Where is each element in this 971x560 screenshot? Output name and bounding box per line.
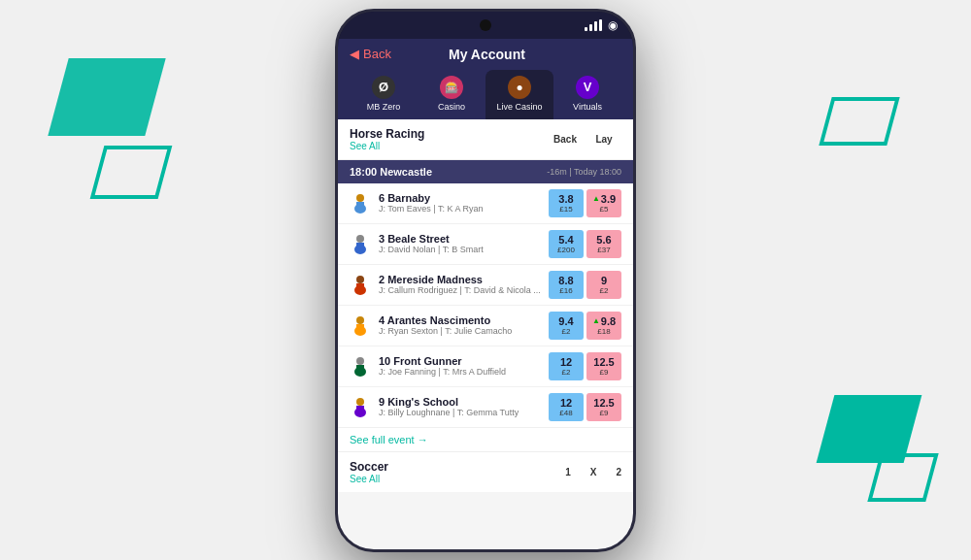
runner-name: 10 Front Gunner (379, 355, 549, 367)
runner-name: 2 Mereside Madness (379, 274, 549, 285)
up-arrow-icon: ▲ (592, 194, 600, 203)
runner-jockey: J: David Nolan | T: B Smart (379, 245, 549, 254)
back-arrow-icon: ◀ (350, 47, 359, 61)
mb-zero-icon: Ø (372, 76, 395, 99)
lay-odds-value: 12.5 (588, 356, 619, 368)
lay-odds-box[interactable]: ▲9.8 £18 (586, 312, 621, 340)
runner-name: 9 King's School (379, 396, 549, 408)
runner-info: 4 Arantes Nascimento J: Ryan Sexton | T:… (350, 314, 549, 336)
back-odds-value: 12 (551, 397, 582, 409)
horse-racing-see-all[interactable]: See All (350, 141, 424, 151)
svg-point-9 (356, 316, 364, 324)
tab-mb-zero[interactable]: Ø MB Zero (350, 70, 418, 119)
svg-point-12 (356, 357, 364, 365)
svg-point-3 (356, 235, 364, 243)
lay-odds-stake: £9 (588, 368, 619, 377)
odds-group: 12 £48 12.5 £9 (549, 393, 621, 421)
event-name: 18:00 Newcastle (350, 166, 432, 178)
lay-odds-value: ▲3.9 (588, 193, 619, 205)
phone-notch (480, 19, 491, 31)
svg-rect-17 (356, 406, 364, 412)
tab-mb-zero-label: MB Zero (367, 102, 401, 112)
main-content[interactable]: Horse Racing See All Back Lay 18:00 Newc… (338, 119, 633, 549)
runner-jockey: J: Callum Rodriguez | T: David & Nicola … (379, 285, 549, 295)
back-odds-box[interactable]: 5.4 £200 (549, 230, 584, 258)
tab-virtuals[interactable]: V Virtuals (553, 70, 621, 119)
svg-rect-2 (356, 202, 364, 208)
runner-details: 9 King's School J: Billy Loughnane | T: … (379, 396, 549, 417)
runner-row: 2 Mereside Madness J: Callum Rodriguez |… (338, 265, 633, 306)
deco-shape-r (819, 97, 899, 146)
back-odds-stake: £48 (551, 409, 582, 417)
lay-odds-value: 5.6 (588, 234, 619, 246)
virtuals-icon: V (576, 76, 599, 99)
odds-group: 12 £2 12.5 £9 (549, 352, 621, 380)
back-lay-header: Back Lay (548, 134, 621, 145)
horse-racing-title: Horse Racing (350, 127, 424, 141)
lay-odds-box[interactable]: 12.5 £9 (586, 352, 621, 380)
back-odds-box[interactable]: 9.4 £2 (549, 312, 584, 340)
back-button[interactable]: ◀ Back (350, 47, 391, 61)
runner-info: 3 Beale Street J: David Nolan | T: B Sma… (350, 233, 549, 254)
soccer-title: Soccer (350, 460, 388, 474)
back-odds-value: 9.4 (551, 315, 582, 327)
deco-shape-tl (48, 58, 165, 136)
soccer-see-all[interactable]: See All (350, 474, 388, 484)
runner-details: 4 Arantes Nascimento J: Ryan Sexton | T:… (379, 314, 549, 336)
runner-details: 3 Beale Street J: David Nolan | T: B Sma… (379, 233, 549, 254)
runner-details: 2 Mereside Madness J: Callum Rodriguez |… (379, 274, 549, 295)
back-odds-box[interactable]: 8.8 £16 (549, 271, 584, 299)
deco-shape-tl2 (90, 146, 173, 199)
runner-info: 6 Barnaby J: Tom Eaves | T: K A Ryan (350, 192, 549, 214)
back-odds-stake: £2 (551, 368, 582, 377)
back-odds-stake: £15 (551, 205, 582, 214)
lay-odds-box[interactable]: ▲3.9 £5 (586, 189, 621, 217)
lay-odds-box[interactable]: 9 £2 (586, 271, 621, 299)
back-odds-stake: £200 (551, 246, 582, 254)
runner-info: 10 Front Gunner J: Joe Fanning | T: Mrs … (350, 355, 549, 377)
app-header: ◀ Back My Account Ø MB Zero 🎰 (338, 39, 633, 119)
svg-rect-11 (356, 324, 364, 330)
back-odds-box[interactable]: 12 £48 (549, 393, 584, 421)
odds-group: 8.8 £16 9 £2 (549, 271, 621, 299)
runner-name: 6 Barnaby (379, 192, 549, 204)
runner-icon (350, 355, 371, 377)
lay-odds-box[interactable]: 12.5 £9 (586, 393, 621, 421)
signal-icon (585, 19, 602, 31)
nav-tabs: Ø MB Zero 🎰 Casino ● Live Casino (350, 70, 621, 119)
svg-rect-5 (356, 243, 364, 248)
deco-shape-br2 (867, 453, 938, 502)
back-column-label: Back (548, 134, 583, 145)
runner-icon (350, 192, 371, 214)
runner-jockey: J: Ryan Sexton | T: Julie Camacho (379, 326, 549, 336)
lay-odds-stake: £5 (588, 205, 619, 214)
tab-casino[interactable]: 🎰 Casino (418, 70, 486, 119)
soccer-col-labels: 1 X 2 (565, 467, 621, 478)
casino-icon: 🎰 (440, 76, 463, 99)
runner-info: 2 Mereside Madness J: Callum Rodriguez |… (350, 274, 549, 295)
see-full-event-link[interactable]: See full event → (350, 434, 621, 445)
back-odds-box[interactable]: 3.8 £15 (549, 189, 584, 217)
live-casino-icon: ● (508, 76, 531, 99)
runner-row: 4 Arantes Nascimento J: Ryan Sexton | T:… (338, 306, 633, 346)
horse-racing-title-group: Horse Racing See All (350, 127, 424, 151)
back-odds-stake: £2 (551, 327, 582, 336)
svg-point-6 (356, 276, 364, 283)
runner-icon (350, 396, 371, 417)
odds-group: 9.4 £2 ▲9.8 £18 (549, 312, 621, 340)
back-odds-value: 3.8 (551, 193, 582, 205)
lay-odds-stake: £37 (588, 246, 619, 254)
runner-jockey: J: Joe Fanning | T: Mrs A Duffield (379, 367, 549, 377)
soccer-col-1: 1 (565, 467, 571, 478)
lay-odds-stake: £2 (588, 286, 619, 295)
up-arrow-icon: ▲ (592, 316, 600, 325)
back-odds-box[interactable]: 12 £2 (549, 352, 584, 380)
lay-odds-box[interactable]: 5.6 £37 (586, 230, 621, 258)
back-odds-value: 12 (551, 356, 582, 368)
header-top-row: ◀ Back My Account (350, 47, 621, 62)
runner-row: 9 King's School J: Billy Loughnane | T: … (338, 387, 633, 428)
runner-icon (350, 233, 371, 254)
runner-details: 6 Barnaby J: Tom Eaves | T: K A Ryan (379, 192, 549, 214)
runner-info: 9 King's School J: Billy Loughnane | T: … (350, 396, 549, 417)
tab-live-casino[interactable]: ● Live Casino (486, 70, 553, 119)
